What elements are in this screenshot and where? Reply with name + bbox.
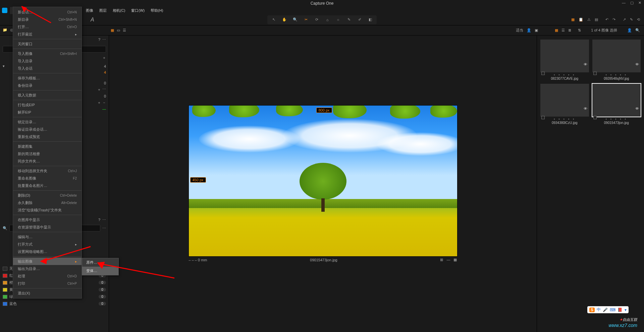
thumbnail-item[interactable]: 👁 • • • • • 0928548sjNV.jpg bbox=[592, 40, 641, 80]
add-button[interactable]: ＋ bbox=[102, 55, 106, 60]
person-icon[interactable]: 👤 bbox=[527, 28, 531, 32]
annotation-tool-icon[interactable]: A bbox=[91, 17, 94, 23]
menu-item[interactable]: 在资源管理器中显示 bbox=[13, 223, 82, 231]
menu-camera[interactable]: 相机(C) bbox=[110, 7, 128, 14]
menu-item[interactable]: 打开最近 bbox=[13, 30, 82, 38]
menu-item[interactable]: 输出图像 bbox=[13, 258, 82, 265]
filmstrip-view-icon[interactable]: ▭ bbox=[117, 28, 120, 32]
rotate-tool-icon[interactable]: ⟳ bbox=[314, 17, 320, 23]
rating-dots[interactable]: • • • • • bbox=[592, 73, 641, 77]
keystone-tool-icon[interactable]: ⌂ bbox=[324, 17, 330, 23]
visibility-icon[interactable]: 👁 bbox=[584, 62, 587, 66]
menu-item[interactable]: 关闭窗口 bbox=[13, 40, 82, 48]
thumbnail-checkbox[interactable] bbox=[593, 72, 597, 75]
panel-menu-icon-3[interactable]: ⋯ bbox=[102, 218, 106, 222]
eraser-tool-icon[interactable]: ✐ bbox=[357, 17, 363, 23]
exposure-sim-icon[interactable]: ▣ bbox=[535, 28, 538, 32]
menu-item[interactable]: 设置网络缩略图… bbox=[13, 248, 82, 255]
menu-item[interactable]: 重命名图像F2 bbox=[13, 175, 82, 182]
menu-item[interactable]: 退出(X) bbox=[13, 289, 82, 297]
gradient-tool-icon[interactable]: ◧ bbox=[367, 17, 373, 23]
thumbnail-detail-icon[interactable]: ≣ bbox=[568, 28, 571, 32]
submenu-variants[interactable]: 变体… bbox=[82, 267, 118, 275]
thumbnail-checkbox[interactable] bbox=[541, 72, 545, 75]
loupe-tool-icon[interactable]: 🔍 bbox=[292, 17, 298, 23]
menu-image[interactable]: 图像 bbox=[83, 7, 96, 14]
menu-item[interactable]: 输出为目录… bbox=[13, 265, 82, 272]
menu-item[interactable]: 导入目录 bbox=[13, 57, 82, 65]
thumbnail-item-selected[interactable]: 👁 • • • • • 09015473jon.jpg bbox=[592, 84, 641, 125]
fit-label[interactable]: 适当 bbox=[516, 28, 523, 33]
menu-item[interactable]: 保存为模板… bbox=[13, 74, 82, 82]
user-icon[interactable]: 👤 bbox=[627, 28, 632, 32]
visibility-icon[interactable]: 👁 bbox=[635, 62, 639, 66]
visibility-icon[interactable]: 👁 bbox=[584, 107, 587, 111]
grid-view-icon[interactable]: ▦ bbox=[111, 28, 114, 32]
grid-icon[interactable]: ▤ bbox=[595, 17, 598, 22]
menu-item[interactable]: 打开…Ctrl+O bbox=[13, 23, 82, 30]
preview-image[interactable]: 800 px 450 px bbox=[189, 106, 457, 256]
ime-keyboard-icon[interactable]: ⌨ bbox=[610, 308, 615, 312]
menu-item[interactable]: 编辑与… bbox=[13, 233, 82, 241]
menu-item[interactable]: 打开方式 bbox=[13, 241, 82, 248]
thumbnail-list-icon[interactable]: ☰ bbox=[561, 28, 565, 32]
help-icon-2[interactable]: ? bbox=[98, 218, 100, 222]
panel-menu-icon[interactable]: ⋯ bbox=[102, 38, 106, 42]
menu-item[interactable]: 验证目录或会话… bbox=[13, 126, 82, 133]
menu-item[interactable]: 移动到选择文件夹Ctrl+J bbox=[13, 167, 82, 175]
menu-item[interactable]: 重新生成预览 bbox=[13, 133, 82, 140]
collapse-icon[interactable]: ▾ bbox=[3, 64, 5, 68]
add-icon[interactable]: ＋ bbox=[97, 87, 101, 92]
brush-tool-icon[interactable]: ✎ bbox=[346, 17, 352, 23]
menu-item[interactable]: 处理Ctrl+D bbox=[13, 272, 82, 280]
warning-icon[interactable]: ⚠ bbox=[587, 17, 591, 22]
grid-overlay-icon[interactable]: ▦ bbox=[453, 258, 457, 262]
filter-search-icon[interactable]: 🔍 bbox=[3, 226, 7, 230]
hand-tool-icon[interactable]: ✋ bbox=[281, 17, 287, 23]
menu-item[interactable]: 载入元数据 bbox=[13, 91, 82, 99]
crop-tool-icon[interactable]: ✂ bbox=[303, 17, 309, 23]
undo-icon[interactable]: ↶ bbox=[605, 17, 608, 22]
menu-item[interactable]: 打印Ctrl+P bbox=[13, 280, 82, 287]
visibility-icon[interactable]: 👁 bbox=[635, 107, 639, 111]
minimize-icon[interactable]: — bbox=[622, 1, 626, 5]
proof-icon[interactable]: ⊞ bbox=[440, 258, 443, 262]
menu-item[interactable]: 在图库中显示 bbox=[13, 216, 82, 223]
ime-lang[interactable]: 中 bbox=[597, 307, 601, 313]
cursor-tool-icon[interactable]: ↖ bbox=[271, 17, 277, 23]
library-tab-icon[interactable]: 📁 bbox=[3, 28, 7, 33]
menu-layer[interactable]: 图层 bbox=[97, 7, 109, 14]
filter-blue[interactable]: 蓝色0 bbox=[3, 300, 106, 307]
list-view-icon[interactable]: ☰ bbox=[123, 28, 126, 32]
thumbnail-checkbox[interactable] bbox=[541, 116, 545, 119]
rating-dots[interactable]: • • • • • bbox=[540, 117, 589, 121]
sort-icon[interactable]: ⇅ bbox=[578, 28, 581, 32]
rating-dots[interactable]: • • • • • bbox=[540, 73, 589, 77]
ime-mic-icon[interactable]: 🎤 bbox=[603, 308, 608, 312]
menu-help[interactable]: 帮助(H) bbox=[148, 7, 166, 14]
menu-item[interactable]: 永久删除Alt+Delete bbox=[13, 199, 82, 206]
ime-book-icon[interactable]: 📕 bbox=[618, 308, 623, 312]
menu-item[interactable]: 导入图像Ctrl+Shift+I bbox=[13, 50, 82, 57]
export-icon[interactable]: ↗ bbox=[623, 17, 626, 22]
search-icon[interactable]: 🔍 bbox=[635, 28, 640, 32]
menu-item[interactable]: 批量重命名图片… bbox=[13, 182, 82, 189]
ime-bar[interactable]: S 中 🎤 ⌨ 📕 ▾ bbox=[587, 306, 629, 313]
menu-item[interactable]: 锁定目录… bbox=[13, 118, 82, 126]
ime-dropdown-icon[interactable]: ▾ bbox=[625, 308, 627, 312]
remove-icon[interactable]: － bbox=[102, 100, 106, 105]
thumbnail-checkbox[interactable] bbox=[593, 116, 597, 119]
filter-menu-icon[interactable]: ⋯ bbox=[102, 226, 106, 230]
link-icon[interactable]: ⟲ bbox=[637, 17, 640, 22]
clipboard-icon[interactable]: 📋 bbox=[579, 17, 583, 22]
menu-item[interactable]: 导入会话 bbox=[13, 65, 82, 72]
menu-item[interactable]: 删除(D)Ctrl+Delete bbox=[13, 192, 82, 199]
rating-dots[interactable]: • • • • • bbox=[592, 117, 641, 121]
thumbnail-grid-icon[interactable]: ▦ bbox=[555, 28, 558, 32]
add-icon-2[interactable]: ＋ bbox=[97, 100, 101, 105]
menu-item[interactable]: 新目录Ctrl+Shift+N bbox=[13, 16, 82, 23]
close-icon[interactable]: ✕ bbox=[638, 1, 641, 5]
maximize-icon[interactable]: ▢ bbox=[630, 1, 634, 5]
help-icon[interactable]: ? bbox=[98, 38, 100, 42]
menu-window[interactable]: 窗口(W) bbox=[128, 7, 147, 14]
